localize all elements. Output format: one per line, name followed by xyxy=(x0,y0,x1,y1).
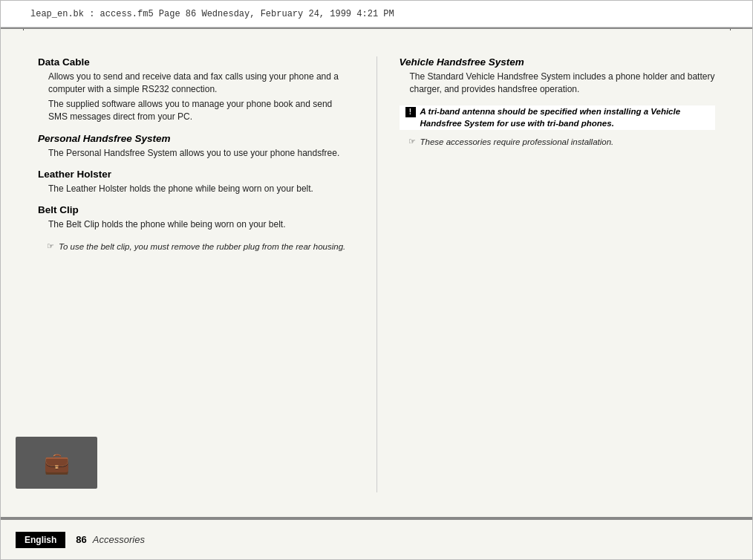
section-title-vehicle-handsfree: Vehicle Handsfree System xyxy=(400,56,716,68)
section-body-data-cable-2: The supplied software allows you to mana… xyxy=(38,98,354,124)
section-personal-handsfree: Personal Handsfree System The Personal H… xyxy=(38,133,354,160)
warning-icon: ! xyxy=(405,107,416,117)
footer-section-name: Accessories xyxy=(93,534,145,545)
briefcase-box: 💼 xyxy=(16,437,97,489)
section-title-personal-handsfree: Personal Handsfree System xyxy=(38,133,354,144)
note-icon-belt-clip: ☞ xyxy=(47,241,54,253)
section-body-vehicle-handsfree: The Standard Vehicle Handsfree System in… xyxy=(400,71,716,97)
section-belt-clip: Belt Clip The Belt Clip holds the phone … xyxy=(38,204,354,253)
column-divider xyxy=(376,56,377,492)
footer-language-label: English xyxy=(16,532,65,548)
header-bar: leap_en.bk : access.fm5 Page 86 Wednesda… xyxy=(1,1,752,27)
section-title-belt-clip: Belt Clip xyxy=(38,204,354,215)
footer: English 86 Accessories xyxy=(1,518,752,559)
warning-vehicle-handsfree: ! A tri-band antenna should be specified… xyxy=(400,105,716,130)
section-leather-holster: Leather Holster The Leather Holster hold… xyxy=(38,169,354,195)
right-column: Vehicle Handsfree System The Standard Ve… xyxy=(400,42,716,492)
top-border-line xyxy=(1,27,752,29)
briefcase-icon: 💼 xyxy=(44,451,70,475)
left-column: Data Cable Allows you to send and receiv… xyxy=(38,42,354,492)
header-text: leap_en.bk : access.fm5 Page 86 Wednesda… xyxy=(30,9,394,19)
section-body-personal-handsfree: The Personal Handsfree System allows you… xyxy=(38,147,354,160)
section-vehicle-handsfree: Vehicle Handsfree System The Standard Ve… xyxy=(400,56,716,149)
section-body-data-cable-1: Allows you to send and receive data and … xyxy=(38,71,354,97)
section-title-data-cable: Data Cable xyxy=(38,56,354,68)
footer-page-number: 86 xyxy=(76,534,86,545)
section-body-leather-holster: The Leather Holster holds the phone whil… xyxy=(38,183,354,195)
note-belt-clip: ☞ To use the belt clip, you must remove … xyxy=(38,241,354,253)
content-area: Data Cable Allows you to send and receiv… xyxy=(38,42,715,492)
page: leap_en.bk : access.fm5 Page 86 Wednesda… xyxy=(0,0,753,560)
section-title-leather-holster: Leather Holster xyxy=(38,169,354,180)
note-icon-vehicle: ☞ xyxy=(408,136,416,148)
note-vehicle-handsfree: ☞ These accessories require professional… xyxy=(400,136,716,149)
section-body-belt-clip: The Belt Clip holds the phone while bein… xyxy=(38,218,354,231)
section-data-cable: Data Cable Allows you to send and receiv… xyxy=(38,56,354,124)
warning-text: A tri-band antenna should be specified w… xyxy=(420,105,716,130)
